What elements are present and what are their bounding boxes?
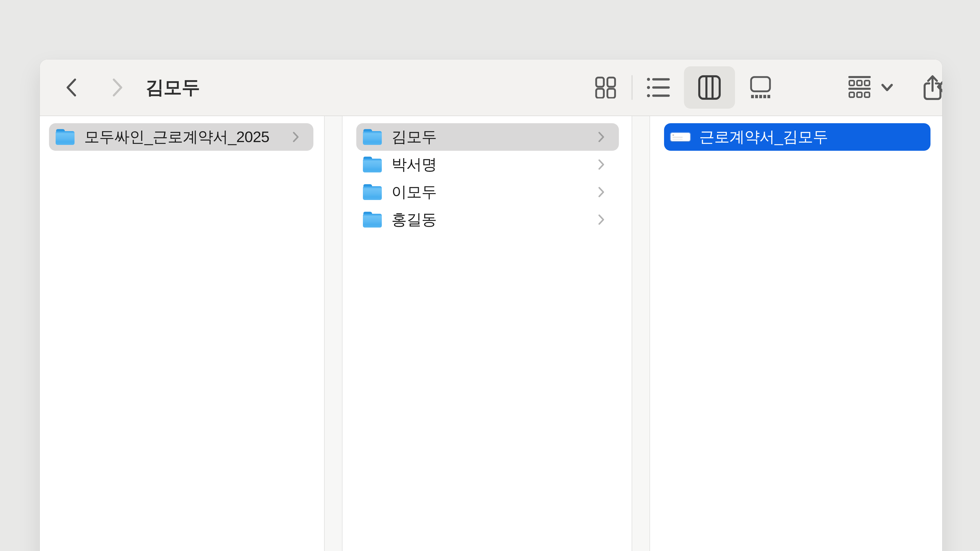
chevron-right-icon [598, 159, 607, 170]
gallery-icon [749, 76, 772, 99]
column-resize-divider[interactable] [632, 116, 650, 551]
forward-button[interactable] [112, 78, 124, 97]
folder-row-label: 모두싸인_근로계약서_2025 [84, 127, 269, 148]
desktop-background: 김모두 [0, 0, 980, 551]
clipped-toolbar-button[interactable] [935, 78, 942, 96]
column-2: 김모두 박서명 이모두 [342, 116, 632, 551]
view-mode-cluster [580, 66, 786, 109]
icon-view-button[interactable] [580, 66, 631, 109]
list-view-button[interactable] [633, 66, 684, 109]
folder-row[interactable]: 모두싸인_근로계약서_2025 [49, 123, 313, 151]
folder-row[interactable]: 이모두 [356, 178, 619, 206]
list-icon [647, 77, 670, 98]
folder-row[interactable]: 김모두 [356, 123, 619, 151]
grid-icon [595, 76, 616, 98]
gallery-view-button[interactable] [735, 66, 786, 109]
folder-row-label: 이모두 [391, 182, 437, 203]
back-button[interactable] [65, 78, 77, 97]
finder-window: 김모두 [40, 59, 942, 551]
folder-row[interactable]: 홍길동 [356, 206, 619, 233]
folder-row-label: 홍길동 [391, 210, 437, 230]
folder-icon [363, 129, 382, 145]
chevron-right-icon [598, 214, 607, 225]
window-title: 김모두 [145, 75, 200, 100]
folder-icon [363, 157, 382, 172]
folder-row-label: 김모두 [391, 127, 437, 148]
chevron-right-icon [112, 78, 124, 97]
file-row[interactable]: 근로계약서_김모두 [664, 123, 931, 151]
column-3: 근로계약서_김모두 [650, 116, 942, 551]
column-1: 모두싸인_근로계약서_2025 [40, 116, 324, 551]
folder-icon [56, 129, 75, 145]
group-by-icon [848, 76, 871, 99]
column-browser: 모두싸인_근로계약서_2025 김모두 박서 [40, 116, 942, 551]
column-resize-divider[interactable] [324, 116, 342, 551]
column-view-button[interactable] [684, 66, 735, 109]
folder-row-label: 박서명 [391, 154, 437, 175]
chevron-right-icon [598, 131, 607, 143]
file-row-label: 근로계약서_김모두 [699, 127, 828, 148]
folder-row[interactable]: 박서명 [356, 151, 619, 178]
chevron-right-icon [598, 186, 607, 198]
columns-icon [698, 75, 721, 100]
chevron-right-icon [293, 131, 301, 143]
folder-icon [363, 184, 382, 200]
document-thumbnail-icon [671, 133, 690, 141]
chevron-left-icon [935, 78, 942, 96]
chevron-left-icon [65, 78, 77, 97]
group-by-button[interactable] [848, 76, 893, 99]
folder-icon [363, 212, 382, 227]
finder-toolbar: 김모두 [40, 59, 942, 116]
chevron-down-icon [881, 83, 893, 92]
toolbar-divider [632, 75, 632, 100]
